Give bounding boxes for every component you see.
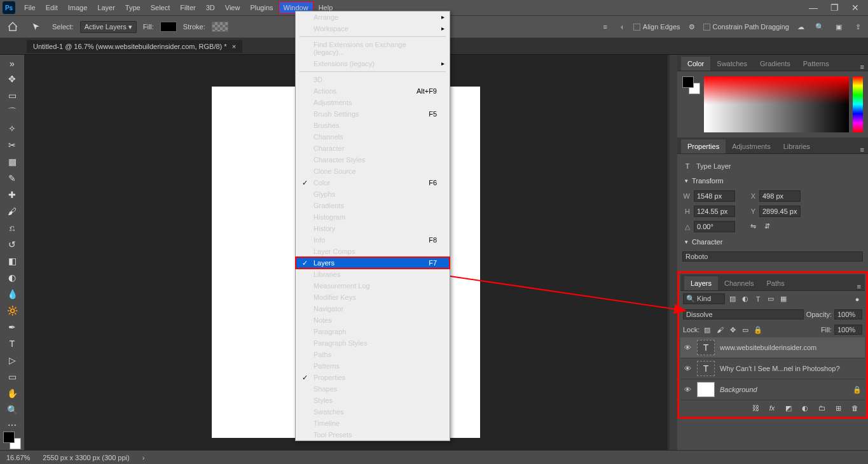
panel-menu-icon[interactable]: ≡ [860, 63, 864, 71]
move-tool[interactable]: ✥ [3, 71, 22, 87]
group-icon[interactable]: 🗀 [816, 403, 827, 413]
transform-section[interactable]: Transform [682, 173, 863, 188]
marquee-tool[interactable]: ▭ [3, 88, 22, 103]
menu-item-workspace[interactable]: Workspace [296, 23, 450, 34]
menu-item-properties[interactable]: Properties [296, 372, 450, 383]
layer-row[interactable]: 👁 Background 🔒 [680, 379, 865, 400]
filter-pixel-icon[interactable]: ▨ [727, 294, 738, 304]
menu-item-character[interactable]: Character [296, 143, 450, 154]
fg-bg-swatch[interactable] [3, 433, 22, 448]
lock-trans-icon[interactable]: ▨ [702, 325, 712, 335]
zoom-level[interactable]: 16.67% [6, 454, 30, 461]
menu-item-extensions-legacy-[interactable]: Extensions (legacy) [296, 58, 450, 69]
lock-paint-icon[interactable]: 🖌 [715, 325, 725, 335]
gradient-tool[interactable]: ◐ [3, 270, 22, 285]
filter-smart-icon[interactable]: ▦ [778, 294, 789, 304]
tab-libraries[interactable]: Libraries [777, 139, 816, 153]
fill-swatch[interactable] [160, 22, 177, 32]
link-icon[interactable]: ⛓ [750, 403, 761, 413]
mask-icon[interactable]: ◩ [783, 403, 794, 413]
home-icon[interactable] [5, 19, 20, 34]
dodge-tool[interactable]: 🔆 [3, 303, 22, 318]
type-tool[interactable]: T [3, 336, 22, 351]
trash-icon[interactable]: 🗑 [850, 403, 860, 413]
shape-tool[interactable]: ▭ [3, 369, 22, 384]
menu-item-styles[interactable]: Styles [296, 395, 450, 406]
lock-artboard-icon[interactable]: ▭ [740, 325, 750, 335]
pen-tool[interactable]: ✒ [3, 320, 22, 335]
menu-item-actions[interactable]: ActionsAlt+F9 [296, 85, 450, 97]
menu-item-libraries[interactable]: Libraries [296, 269, 450, 280]
select-mode-dropdown[interactable]: Active Layers ▾ [80, 21, 137, 33]
fx-icon[interactable]: fx [767, 403, 777, 413]
constrain-label[interactable]: Constrain Path Dragging [713, 23, 789, 31]
menu-item-paragraph[interactable]: Paragraph [296, 326, 450, 337]
tab-properties[interactable]: Properties [681, 139, 726, 153]
tab-channels[interactable]: Channels [718, 276, 760, 290]
cloud-icon[interactable]: ☁ [796, 22, 806, 32]
hue-slider[interactable] [853, 76, 863, 132]
menu-item-3d[interactable]: 3D [296, 74, 450, 85]
menu-item-gradients[interactable]: Gradients [296, 200, 450, 211]
menu-item-brush-settings[interactable]: Brush SettingsF5 [296, 108, 450, 120]
menu-item-notes[interactable]: Notes [296, 314, 450, 326]
menu-item-character-styles[interactable]: Character Styles [296, 154, 450, 165]
menu-filter[interactable]: Filter [175, 1, 200, 14]
panel-menu-icon[interactable]: ≡ [857, 283, 861, 290]
tab-color[interactable]: Color [681, 57, 710, 71]
visibility-icon[interactable]: 👁 [683, 365, 692, 372]
filter-toggle-icon[interactable]: ● [852, 294, 862, 304]
menu-item-shapes[interactable]: Shapes [296, 383, 450, 395]
menu-view[interactable]: View [220, 1, 245, 14]
close-icon[interactable]: ✕ [851, 3, 859, 13]
angle-input[interactable] [694, 221, 735, 232]
tab-adjustments[interactable]: Adjustments [726, 139, 777, 153]
expand-icon[interactable]: » [3, 57, 22, 70]
brush-tool[interactable]: 🖌 [3, 204, 22, 219]
menu-item-timeline[interactable]: Timeline [296, 418, 450, 429]
menu-item-paragraph-styles[interactable]: Paragraph Styles [296, 337, 450, 349]
tab-patterns[interactable]: Patterns [797, 57, 836, 71]
menu-item-channels[interactable]: Channels [296, 131, 450, 143]
menu-item-patterns[interactable]: Patterns [296, 360, 450, 372]
adjustment-icon[interactable]: ◐ [800, 403, 810, 413]
tab-layers[interactable]: Layers [684, 276, 718, 290]
menu-type[interactable]: Type [120, 1, 146, 14]
menu-item-color[interactable]: ColorF6 [296, 177, 450, 188]
panel-menu-icon[interactable]: ≡ [860, 146, 864, 153]
menu-edit[interactable]: Edit [41, 1, 63, 14]
panel-collapse-strip[interactable] [670, 55, 677, 450]
search-icon[interactable]: 🔍 [815, 22, 825, 32]
frame-tool[interactable]: ▦ [3, 154, 22, 169]
opacity-input[interactable]: 100% [834, 309, 862, 320]
menu-item-arrange[interactable]: Arrange [296, 11, 450, 23]
share-icon[interactable]: ⇪ [853, 22, 863, 32]
align-icon[interactable]: ≡ [600, 22, 610, 32]
photoshop-logo[interactable]: Ps [3, 1, 15, 14]
menu-item-swatches[interactable]: Swatches [296, 406, 450, 418]
gear-icon[interactable]: ⚙ [687, 22, 697, 32]
color-field[interactable] [704, 76, 849, 132]
menu-item-glyphs[interactable]: Glyphs [296, 188, 450, 200]
align-edges-label[interactable]: Align Edges [643, 23, 680, 31]
y-input[interactable] [759, 206, 801, 217]
workspace-icon[interactable]: ▣ [834, 22, 844, 32]
width-input[interactable] [694, 190, 735, 202]
visibility-icon[interactable]: 👁 [683, 386, 692, 393]
wand-tool[interactable]: ✧ [3, 121, 22, 136]
history-brush-tool[interactable]: ↺ [3, 237, 22, 252]
menu-item-navigator[interactable]: Navigator [296, 303, 450, 314]
flip-h-icon[interactable]: ⇋ [748, 221, 758, 231]
stamp-tool[interactable]: ⎌ [3, 220, 22, 236]
x-input[interactable] [759, 190, 801, 202]
menu-item-histogram[interactable]: Histogram [296, 211, 450, 223]
chevron-right-icon[interactable]: › [142, 454, 145, 461]
tab-paths[interactable]: Paths [761, 276, 791, 290]
edit-toolbar-icon[interactable]: ⋯ [3, 419, 22, 432]
crop-tool[interactable]: ✂ [3, 137, 22, 153]
menu-3d[interactable]: 3D [201, 1, 220, 14]
path-tool[interactable]: ▷ [3, 353, 22, 368]
hand-tool[interactable]: ✋ [3, 386, 22, 401]
flip-v-icon[interactable]: ⇵ [762, 221, 772, 231]
move-tool-icon[interactable] [27, 19, 46, 34]
